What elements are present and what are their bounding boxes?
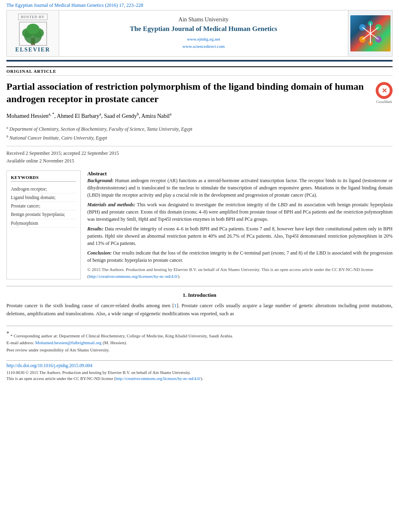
doi-link[interactable]: http://dx.doi.org/10.1016/j.ejmhg.2015.0… xyxy=(6,363,393,368)
keyword-item-3: Prostate cancer; xyxy=(11,202,76,210)
received-date: Received 2 September 2015; accepted 22 S… xyxy=(6,150,393,157)
copyright-link[interactable]: http://creativecommons.org/licenses/by-n… xyxy=(89,274,178,279)
keywords-title: KEYWORDS xyxy=(11,175,76,182)
article-content: ORIGINAL ARTICLE Partial association of … xyxy=(0,66,399,384)
bottom-copyright-2: This is an open access article under the… xyxy=(6,376,393,382)
methods-label: Materials and methods: xyxy=(87,202,135,207)
abstract-section: Abstract Background: Human androgen rece… xyxy=(87,170,393,279)
journal-urls: www.ejmhg.eg.net www.sciencedirect.com xyxy=(183,36,225,50)
keyword-item-4: Benign prostatic hyperplasia; xyxy=(11,210,76,219)
footnote-email-line: E-mail address: Mohamed.hessien@fulbrigh… xyxy=(6,339,393,347)
journal-cover-image xyxy=(350,15,391,51)
crossmark-inner: ✕ xyxy=(378,85,390,96)
crossmark-badge[interactable]: ✕ CrossMark xyxy=(376,82,393,104)
affiliations-section: a Department of Chemistry, Section of Bi… xyxy=(6,125,393,142)
section-divider xyxy=(6,286,393,286)
author-3: , Saad el Gendy xyxy=(101,113,137,119)
header-center-panel: Ain Shams University The Egyptian Journa… xyxy=(59,10,348,56)
author-2: , Ahmed El Barbary xyxy=(54,113,99,119)
author-1: Mohamed Hessien xyxy=(6,113,49,119)
affil-b-sup: b xyxy=(6,134,8,138)
footnote-section: * * Corresponding author at: Department … xyxy=(6,326,393,353)
abstract-background: Background: Human androgen receptor (AR)… xyxy=(87,177,393,199)
author-1-sup: a, * xyxy=(49,112,54,116)
footnote-star-icon: * xyxy=(6,331,9,337)
journal-header-link[interactable]: The Egyptian Journal of Medical Human Ge… xyxy=(0,0,399,10)
keyword-item-2: Ligand binding domain; xyxy=(11,193,76,202)
dates-section: Received 2 September 2015; accepted 22 S… xyxy=(6,146,393,165)
abstract-results: Results: Data revealed the integrity of … xyxy=(87,225,393,247)
abstract-methods: Materials and methods: This work was des… xyxy=(87,201,393,223)
intro-content: Prostate cancer is the sixth xyxy=(6,303,65,308)
keyword-item-5: Polymorphism xyxy=(11,219,76,228)
keywords-box: KEYWORDS Androgen receptor; Ligand bindi… xyxy=(6,170,81,279)
intro-heading: 1. Introduction xyxy=(6,292,393,298)
results-content: Data revealed the integrity of exons 4–6… xyxy=(87,226,393,246)
header-right-panel xyxy=(348,10,392,56)
svg-point-4 xyxy=(27,24,39,34)
author-4: , Amira Nabil xyxy=(139,113,170,119)
crossmark-x-icon: ✕ xyxy=(382,87,387,94)
footnote-star-text: * * Corresponding author at: Department … xyxy=(6,329,393,339)
hosted-by-label: HOSTED BY xyxy=(18,14,47,20)
journal-header-box: HOSTED BY ELSEVIER Ain Shams University … xyxy=(6,10,393,57)
header-divider xyxy=(6,60,393,62)
molecular-art-icon xyxy=(354,19,387,47)
intro-text: Prostate cancer is the sixth leading cau… xyxy=(6,302,393,318)
bottom-copyright-text: This is an open access article under the… xyxy=(6,376,115,381)
authors-line: Mohamed Hessiena, *, Ahmed El Barbarya, … xyxy=(6,111,393,121)
elsevier-tree-icon xyxy=(19,22,47,46)
university-name: Ain Shams University xyxy=(179,16,228,23)
elsevier-logo: ELSEVIER xyxy=(15,22,50,53)
title-row: Partial association of restriction polym… xyxy=(6,80,393,105)
results-label: Results: xyxy=(87,226,103,232)
copyright-close: ). xyxy=(178,274,180,279)
keyword-item-1: Androgen receptor; xyxy=(11,185,76,193)
email-suffix: (M. Hessien). xyxy=(102,340,127,345)
crossmark-circle: ✕ xyxy=(376,82,393,99)
header-left-panel: HOSTED BY ELSEVIER xyxy=(7,10,59,56)
bottom-copyright-1: 1110-8630 © 2015 The Authors. Production… xyxy=(6,370,393,376)
affiliation-b: National Cancer Institute, Cairo Univers… xyxy=(10,135,107,141)
background-label: Background: xyxy=(87,178,113,183)
available-date: Available online 2 November 2015 xyxy=(6,157,393,165)
journal-title-header: The Egyptian Journal of Medical Human Ge… xyxy=(130,25,277,33)
footnote-corresponding: * Corresponding author at: Department of… xyxy=(10,333,233,338)
bottom-bar: http://dx.doi.org/10.1016/j.ejmhg.2015.0… xyxy=(6,360,393,384)
abstract-conclusion: Conclusion: Our results indicate that th… xyxy=(87,249,393,264)
elsevier-brand-text: ELSEVIER xyxy=(15,47,50,53)
bottom-paren-close: ). xyxy=(201,376,203,381)
footnote-email-link[interactable]: Mohamed.hessien@fulbrightmail.org xyxy=(35,340,101,345)
leading-word: leading xyxy=(65,303,80,308)
email-label: E-mail address: xyxy=(6,340,35,345)
crossmark-label: CrossMark xyxy=(376,100,393,104)
background-content: Human androgen receptor (AR) functions a… xyxy=(87,178,393,198)
bottom-license-link[interactable]: http://creativecommons.org/licenses/by-n… xyxy=(115,376,201,381)
abstract-copyright: © 2015 The Authors. Production and hosti… xyxy=(87,266,393,279)
journal-url2[interactable]: www.sciencedirect.com xyxy=(183,44,225,49)
conclusion-label: Conclusion: xyxy=(87,250,112,256)
affiliation-a: Department of Chemistry, Section of Bioc… xyxy=(10,126,192,132)
journal-url1[interactable]: www.ejmhg.eg.net xyxy=(187,37,220,41)
peer-review-note: Peer review under responsibility of Ain … xyxy=(6,347,393,354)
two-col-layout: KEYWORDS Androgen receptor; Ligand bindi… xyxy=(6,170,393,279)
abstract-title: Abstract xyxy=(87,170,107,177)
affil-a-sup: a xyxy=(6,125,8,129)
conclusion-content: Our results indicate that the loss of th… xyxy=(87,250,393,263)
intro-content-2: cause of cancer-related deaths among men… xyxy=(80,303,174,308)
article-type-label: ORIGINAL ARTICLE xyxy=(6,66,393,76)
author-4-sup: a xyxy=(170,112,171,116)
article-title: Partial association of restriction polym… xyxy=(6,80,371,105)
